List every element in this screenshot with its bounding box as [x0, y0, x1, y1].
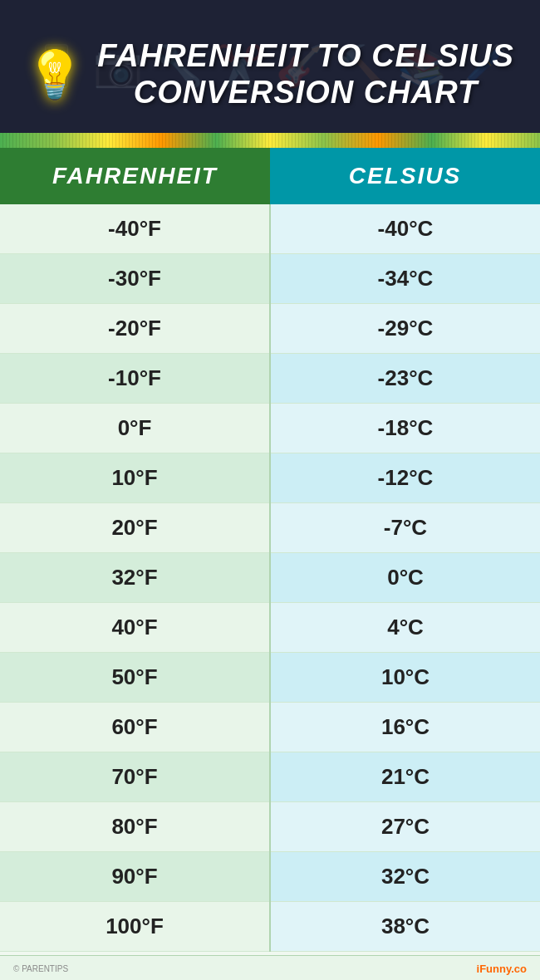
- celsius-cell: -23°C: [270, 354, 540, 404]
- celsius-cell: 4°C: [270, 603, 540, 653]
- table-row: 40°F4°C: [0, 603, 540, 653]
- fahrenheit-cell: -10°F: [0, 354, 270, 404]
- celsius-cell: 27°C: [270, 802, 540, 852]
- table-row: 32°F0°C: [0, 553, 540, 603]
- table-row: 50°F10°C: [0, 653, 540, 703]
- fahrenheit-cell: 80°F: [0, 802, 270, 852]
- page-wrapper: 📱 📷 🔧 ✂️ 🎸 🔨 📚 🖊️ 💡 FAHRENHEIT TO CELSIU…: [0, 0, 540, 980]
- bulb-icon: 💡: [26, 51, 84, 98]
- table-row: 10°F-12°C: [0, 453, 540, 503]
- page-title: FAHRENHEIT TO CELSIUS CONVERSION CHART: [97, 38, 514, 110]
- header-content: 💡 FAHRENHEIT TO CELSIUS CONVERSION CHART: [26, 38, 514, 110]
- celsius-cell: 0°C: [270, 553, 540, 603]
- table-row: 0°F-18°C: [0, 404, 540, 453]
- watermark-right: iFunny.co: [477, 963, 527, 975]
- fahrenheit-cell: 32°F: [0, 553, 270, 603]
- fahrenheit-cell: -40°F: [0, 204, 270, 254]
- celsius-cell: 21°C: [270, 752, 540, 802]
- celsius-cell: -34°C: [270, 254, 540, 304]
- footer: © PARENTIPS iFunny.co: [0, 955, 540, 980]
- conversion-table-container: FAHRENHEIT CELSIUS -40°F-40°C-30°F-34°C-…: [0, 148, 540, 955]
- table-body: -40°F-40°C-30°F-34°C-20°F-29°C-10°F-23°C…: [0, 204, 540, 952]
- fahrenheit-cell: 10°F: [0, 453, 270, 503]
- celsius-cell: 10°C: [270, 653, 540, 703]
- table-header-row: FAHRENHEIT CELSIUS: [0, 148, 540, 204]
- celsius-cell: 16°C: [270, 703, 540, 752]
- celsius-cell: 32°C: [270, 852, 540, 902]
- fahrenheit-header: FAHRENHEIT: [0, 148, 270, 204]
- table-row: -10°F-23°C: [0, 354, 540, 404]
- table-row: 60°F16°C: [0, 703, 540, 752]
- celsius-cell: -12°C: [270, 453, 540, 503]
- celsius-cell: -18°C: [270, 404, 540, 453]
- celsius-cell: -7°C: [270, 503, 540, 553]
- celsius-cell: -40°C: [270, 204, 540, 254]
- table-row: -20°F-29°C: [0, 304, 540, 354]
- fahrenheit-cell: -30°F: [0, 254, 270, 304]
- fahrenheit-cell: 70°F: [0, 752, 270, 802]
- table-row: 90°F32°C: [0, 852, 540, 902]
- fahrenheit-cell: 40°F: [0, 603, 270, 653]
- table-row: 70°F21°C: [0, 752, 540, 802]
- fahrenheit-cell: 100°F: [0, 902, 270, 952]
- table-row: 80°F27°C: [0, 802, 540, 852]
- header: 📱 📷 🔧 ✂️ 🎸 🔨 📚 🖊️ 💡 FAHRENHEIT TO CELSIU…: [0, 0, 540, 133]
- fahrenheit-cell: -20°F: [0, 304, 270, 354]
- fahrenheit-cell: 20°F: [0, 503, 270, 553]
- fahrenheit-cell: 60°F: [0, 703, 270, 752]
- title-block: FAHRENHEIT TO CELSIUS CONVERSION CHART: [97, 38, 514, 110]
- table-row: 20°F-7°C: [0, 503, 540, 553]
- celsius-cell: 38°C: [270, 902, 540, 952]
- watermark-left: © PARENTIPS: [13, 964, 68, 973]
- wave-divider: [0, 133, 540, 148]
- celsius-cell: -29°C: [270, 304, 540, 354]
- table-row: -40°F-40°C: [0, 204, 540, 254]
- celsius-header: CELSIUS: [270, 148, 540, 204]
- table-row: 100°F38°C: [0, 902, 540, 952]
- fahrenheit-cell: 50°F: [0, 653, 270, 703]
- fahrenheit-cell: 0°F: [0, 404, 270, 453]
- table-row: -30°F-34°C: [0, 254, 540, 304]
- conversion-table: FAHRENHEIT CELSIUS -40°F-40°C-30°F-34°C-…: [0, 148, 540, 952]
- fahrenheit-cell: 90°F: [0, 852, 270, 902]
